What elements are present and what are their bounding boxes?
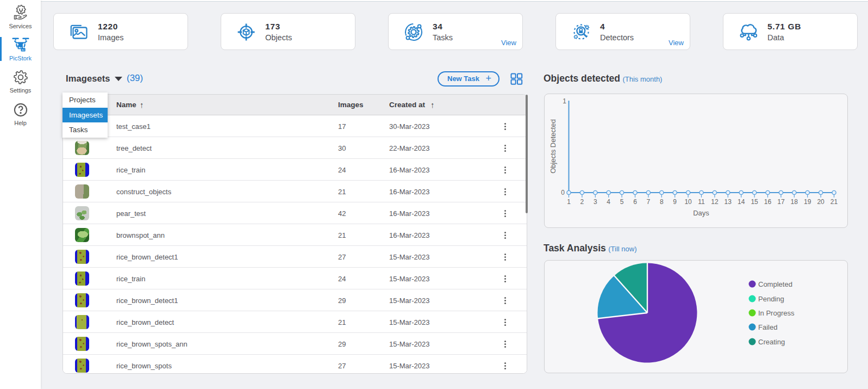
svg-text:5: 5 (620, 198, 624, 206)
svg-text:3: 3 (594, 198, 597, 206)
svg-text:16: 16 (764, 198, 772, 206)
svg-text:21: 21 (830, 198, 838, 206)
svg-text:9: 9 (673, 198, 677, 206)
svg-text:4: 4 (607, 198, 610, 206)
svg-text:Creating: Creating (758, 338, 785, 346)
svg-text:1: 1 (567, 198, 571, 206)
svg-text:Pending: Pending (758, 295, 784, 303)
svg-text:12: 12 (711, 198, 719, 206)
svg-text:Completed: Completed (758, 280, 792, 288)
svg-text:7: 7 (647, 198, 651, 206)
svg-text:In Progress: In Progress (758, 309, 795, 317)
svg-text:14: 14 (738, 198, 745, 206)
svg-text:10: 10 (684, 198, 692, 206)
svg-text:17: 17 (777, 198, 785, 206)
svg-text:Days: Days (693, 209, 709, 217)
svg-text:6: 6 (633, 198, 637, 206)
svg-text:1: 1 (563, 97, 566, 105)
svg-text:11: 11 (698, 198, 705, 206)
svg-text:13: 13 (725, 198, 732, 206)
svg-text:0: 0 (561, 189, 565, 196)
svg-text:8: 8 (660, 198, 664, 206)
svg-text:2: 2 (580, 198, 584, 206)
svg-text:20: 20 (817, 198, 825, 206)
svg-text:19: 19 (804, 198, 811, 206)
svg-text:Failed: Failed (758, 323, 777, 331)
svg-text:15: 15 (751, 198, 758, 206)
svg-text:Objects Detected: Objects Detected (549, 119, 557, 174)
svg-text:18: 18 (791, 198, 798, 206)
